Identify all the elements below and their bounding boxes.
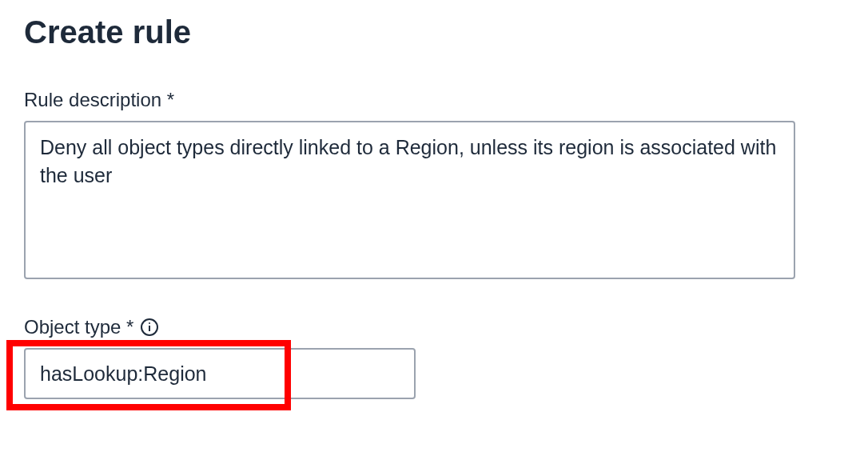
object-type-input[interactable] (24, 348, 416, 399)
rule-description-field: Rule description * (24, 89, 844, 282)
rule-description-label: Rule description * (24, 89, 844, 111)
rule-description-input[interactable] (24, 121, 795, 279)
object-type-field: Object type * (24, 316, 844, 399)
object-type-label-text: Object type * (24, 316, 133, 338)
svg-point-2 (149, 322, 150, 324)
info-icon[interactable] (140, 318, 159, 337)
page-title: Create rule (24, 14, 844, 50)
object-type-label: Object type * (24, 316, 844, 338)
